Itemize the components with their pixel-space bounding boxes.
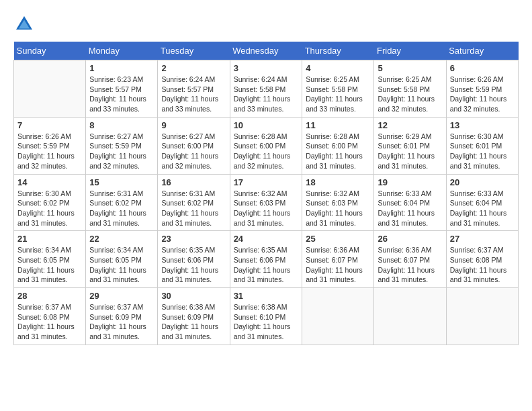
week-row-5: 28Sunrise: 6:37 AMSunset: 6:08 PMDayligh…: [14, 288, 519, 345]
day-number: 30: [161, 291, 226, 301]
week-row-4: 21Sunrise: 6:34 AMSunset: 6:05 PMDayligh…: [14, 231, 519, 288]
day-info: Sunrise: 6:30 AMSunset: 6:02 PMDaylight:…: [17, 189, 82, 228]
day-info: Sunrise: 6:28 AMSunset: 6:00 PMDaylight:…: [234, 132, 299, 171]
calendar-table: SundayMondayTuesdayWednesdayThursdayFrid…: [13, 42, 519, 345]
header-wednesday: Wednesday: [230, 42, 302, 60]
day-info: Sunrise: 6:32 AMSunset: 6:03 PMDaylight:…: [306, 189, 370, 228]
day-cell: [302, 288, 374, 345]
day-cell: 8Sunrise: 6:27 AMSunset: 5:59 PMDaylight…: [86, 117, 158, 174]
day-info: Sunrise: 6:31 AMSunset: 6:02 PMDaylight:…: [89, 189, 154, 228]
day-number: 20: [450, 177, 515, 187]
day-info: Sunrise: 6:25 AMSunset: 5:58 PMDaylight:…: [378, 75, 442, 114]
day-info: Sunrise: 6:27 AMSunset: 6:00 PMDaylight:…: [161, 132, 226, 171]
day-cell: 26Sunrise: 6:36 AMSunset: 6:07 PMDayligh…: [374, 231, 446, 288]
day-info: Sunrise: 6:33 AMSunset: 6:04 PMDaylight:…: [450, 189, 515, 228]
day-cell: 25Sunrise: 6:36 AMSunset: 6:07 PMDayligh…: [302, 231, 374, 288]
day-cell: 4Sunrise: 6:25 AMSunset: 5:58 PMDaylight…: [302, 60, 374, 118]
day-cell: 3Sunrise: 6:24 AMSunset: 5:58 PMDaylight…: [230, 60, 302, 118]
day-number: 9: [161, 120, 226, 130]
day-info: Sunrise: 6:35 AMSunset: 6:06 PMDaylight:…: [161, 245, 226, 285]
day-info: Sunrise: 6:27 AMSunset: 5:59 PMDaylight:…: [89, 132, 154, 171]
day-info: Sunrise: 6:25 AMSunset: 5:58 PMDaylight:…: [306, 75, 370, 114]
day-number: 1: [89, 63, 154, 73]
day-number: 15: [89, 177, 154, 187]
page-header: [13, 13, 519, 35]
day-number: 7: [17, 120, 82, 130]
day-info: Sunrise: 6:26 AMSunset: 5:59 PMDaylight:…: [17, 132, 82, 171]
logo: [13, 13, 38, 35]
day-info: Sunrise: 6:32 AMSunset: 6:03 PMDaylight:…: [234, 189, 299, 228]
day-number: 24: [234, 234, 299, 244]
day-number: 8: [89, 120, 154, 130]
day-cell: 6Sunrise: 6:26 AMSunset: 5:59 PMDaylight…: [446, 60, 518, 118]
day-info: Sunrise: 6:34 AMSunset: 6:05 PMDaylight:…: [89, 245, 154, 285]
day-info: Sunrise: 6:36 AMSunset: 6:07 PMDaylight:…: [306, 245, 370, 285]
day-number: 4: [306, 63, 370, 73]
day-cell: 21Sunrise: 6:34 AMSunset: 6:05 PMDayligh…: [14, 231, 86, 288]
day-number: 21: [17, 234, 82, 244]
day-number: 22: [89, 234, 154, 244]
day-cell: 29Sunrise: 6:37 AMSunset: 6:09 PMDayligh…: [86, 288, 158, 345]
day-cell: 17Sunrise: 6:32 AMSunset: 6:03 PMDayligh…: [230, 174, 302, 231]
day-cell: 20Sunrise: 6:33 AMSunset: 6:04 PMDayligh…: [446, 174, 518, 231]
day-info: Sunrise: 6:34 AMSunset: 6:05 PMDaylight:…: [17, 245, 82, 285]
day-cell: 14Sunrise: 6:30 AMSunset: 6:02 PMDayligh…: [14, 174, 86, 231]
day-cell: 11Sunrise: 6:28 AMSunset: 6:00 PMDayligh…: [302, 117, 374, 174]
day-number: 3: [234, 63, 299, 73]
day-info: Sunrise: 6:29 AMSunset: 6:01 PMDaylight:…: [378, 132, 442, 171]
day-number: 14: [17, 177, 82, 187]
day-cell: 19Sunrise: 6:33 AMSunset: 6:04 PMDayligh…: [374, 174, 446, 231]
day-cell: [374, 288, 446, 345]
header-saturday: Saturday: [446, 42, 518, 60]
day-info: Sunrise: 6:23 AMSunset: 5:57 PMDaylight:…: [89, 75, 154, 114]
day-number: 2: [161, 63, 226, 73]
header-thursday: Thursday: [302, 42, 374, 60]
day-info: Sunrise: 6:30 AMSunset: 6:01 PMDaylight:…: [450, 132, 515, 171]
day-cell: 7Sunrise: 6:26 AMSunset: 5:59 PMDaylight…: [14, 117, 86, 174]
day-number: 29: [89, 291, 154, 301]
logo-icon: [13, 13, 35, 35]
header-row: SundayMondayTuesdayWednesdayThursdayFrid…: [14, 42, 519, 60]
day-cell: 30Sunrise: 6:38 AMSunset: 6:09 PMDayligh…: [158, 288, 230, 345]
day-info: Sunrise: 6:33 AMSunset: 6:04 PMDaylight:…: [378, 189, 442, 228]
day-number: 11: [306, 120, 370, 130]
day-info: Sunrise: 6:26 AMSunset: 5:59 PMDaylight:…: [450, 75, 515, 114]
day-info: Sunrise: 6:38 AMSunset: 6:10 PMDaylight:…: [234, 302, 299, 342]
day-info: Sunrise: 6:35 AMSunset: 6:06 PMDaylight:…: [234, 245, 299, 285]
day-cell: 16Sunrise: 6:31 AMSunset: 6:02 PMDayligh…: [158, 174, 230, 231]
day-number: 31: [234, 291, 299, 301]
day-cell: 15Sunrise: 6:31 AMSunset: 6:02 PMDayligh…: [86, 174, 158, 231]
day-cell: [14, 60, 86, 118]
day-cell: 27Sunrise: 6:37 AMSunset: 6:08 PMDayligh…: [446, 231, 518, 288]
day-cell: 28Sunrise: 6:37 AMSunset: 6:08 PMDayligh…: [14, 288, 86, 345]
day-number: 16: [161, 177, 226, 187]
week-row-1: 1Sunrise: 6:23 AMSunset: 5:57 PMDaylight…: [14, 60, 519, 118]
day-cell: 9Sunrise: 6:27 AMSunset: 6:00 PMDaylight…: [158, 117, 230, 174]
header-friday: Friday: [374, 42, 446, 60]
day-info: Sunrise: 6:24 AMSunset: 5:57 PMDaylight:…: [161, 75, 226, 114]
day-cell: 12Sunrise: 6:29 AMSunset: 6:01 PMDayligh…: [374, 117, 446, 174]
header-monday: Monday: [86, 42, 158, 60]
header-tuesday: Tuesday: [158, 42, 230, 60]
day-number: 27: [450, 234, 515, 244]
day-info: Sunrise: 6:38 AMSunset: 6:09 PMDaylight:…: [161, 302, 226, 342]
day-number: 23: [161, 234, 226, 244]
day-number: 10: [234, 120, 299, 130]
day-cell: 23Sunrise: 6:35 AMSunset: 6:06 PMDayligh…: [158, 231, 230, 288]
day-cell: 1Sunrise: 6:23 AMSunset: 5:57 PMDaylight…: [86, 60, 158, 118]
day-info: Sunrise: 6:24 AMSunset: 5:58 PMDaylight:…: [234, 75, 299, 114]
day-cell: 5Sunrise: 6:25 AMSunset: 5:58 PMDaylight…: [374, 60, 446, 118]
day-cell: 31Sunrise: 6:38 AMSunset: 6:10 PMDayligh…: [230, 288, 302, 345]
day-info: Sunrise: 6:37 AMSunset: 6:08 PMDaylight:…: [17, 302, 82, 342]
header-sunday: Sunday: [14, 42, 86, 60]
day-number: 6: [450, 63, 515, 73]
day-number: 25: [306, 234, 370, 244]
day-cell: 22Sunrise: 6:34 AMSunset: 6:05 PMDayligh…: [86, 231, 158, 288]
week-row-2: 7Sunrise: 6:26 AMSunset: 5:59 PMDaylight…: [14, 117, 519, 174]
day-cell: 18Sunrise: 6:32 AMSunset: 6:03 PMDayligh…: [302, 174, 374, 231]
day-number: 12: [378, 120, 442, 130]
day-info: Sunrise: 6:28 AMSunset: 6:00 PMDaylight:…: [306, 132, 370, 171]
day-info: Sunrise: 6:37 AMSunset: 6:08 PMDaylight:…: [450, 245, 515, 285]
day-info: Sunrise: 6:36 AMSunset: 6:07 PMDaylight:…: [378, 245, 442, 285]
day-number: 19: [378, 177, 442, 187]
